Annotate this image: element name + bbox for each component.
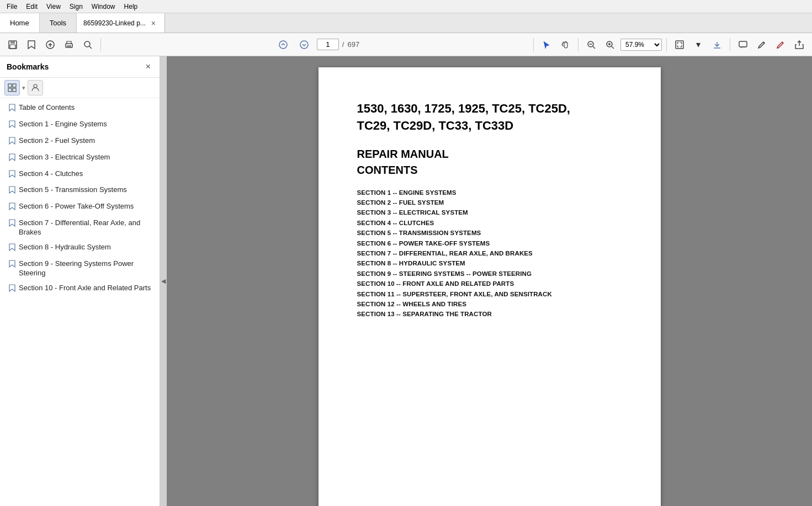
bookmark-label: Section 2 - Fuel System	[19, 136, 155, 146]
nav-up-button[interactable]	[275, 36, 291, 53]
bookmark-icon	[9, 260, 15, 270]
toc-item: SECTION 8 -- HYDRAULIC SYSTEM	[357, 258, 622, 268]
bookmark-icon	[9, 120, 15, 131]
svg-rect-19	[739, 41, 747, 47]
toc-item: SECTION 11 -- SUPERSTEER, FRONT AXLE, AN…	[357, 289, 622, 299]
main-area: Bookmarks × ▾ Table of Contents Section …	[0, 56, 812, 506]
bookmark-icon	[9, 243, 15, 254]
bookmark-item[interactable]: Section 2 - Fuel System	[0, 134, 160, 150]
menu-view[interactable]: View	[46, 3, 61, 10]
bookmark-item[interactable]: Section 6 - Power Take-Off Systems	[0, 199, 160, 216]
bookmark-icon	[9, 203, 15, 213]
zoom-select[interactable]: 57.9%	[620, 39, 662, 51]
pdf-title-line1: 1530, 1630, 1725, 1925, TC25, TC25D,	[357, 102, 570, 115]
toolbar-center: / 697	[105, 36, 529, 53]
tab-home[interactable]: Home	[0, 13, 40, 33]
menu-help[interactable]: Help	[124, 3, 138, 10]
print-button[interactable]	[61, 36, 77, 53]
toc-item: SECTION 10 -- FRONT AXLE AND RELATED PAR…	[357, 279, 622, 289]
toc-item: SECTION 5 -- TRANSMISSION SYSTEMS	[357, 228, 622, 238]
svg-line-12	[593, 46, 595, 49]
menu-window[interactable]: Window	[92, 3, 115, 10]
tab-close-button[interactable]: ×	[151, 19, 156, 28]
svg-rect-5	[67, 45, 71, 47]
pdf-title-line2: TC29, TC29D, TC33, TC33D	[357, 119, 514, 132]
page-separator: /	[342, 40, 344, 49]
bookmark-label: Section 5 - Transmission Systems	[19, 185, 155, 195]
sidebar-collapse-handle[interactable]: ◀	[160, 56, 167, 506]
bookmark-label: Section 3 - Electrical System	[19, 153, 155, 162]
toc-item: SECTION 9 -- STEERING SYSTEMS -- POWER S…	[357, 269, 622, 279]
collapse-icon: ◀	[161, 278, 166, 285]
svg-rect-20	[8, 84, 12, 87]
menu-bar: File Edit View Sign Window Help	[0, 0, 812, 13]
bookmark-item[interactable]: Section 4 - Clutches	[0, 167, 160, 183]
page-total: 697	[347, 40, 359, 49]
tab-bar: Home Tools 86599230-Linked p... ×	[0, 13, 812, 33]
page-number-input[interactable]	[317, 39, 339, 50]
tab-file[interactable]: 86599230-Linked p... ×	[77, 13, 165, 33]
toc-item: SECTION 4 -- CLUTCHES	[357, 218, 622, 228]
toc-list: SECTION 1 -- ENGINE SYSTEMSSECTION 2 -- …	[357, 188, 622, 319]
sidebar-tool-separator: ▾	[22, 84, 25, 92]
bookmark-icon	[9, 137, 15, 147]
hand-tool-button[interactable]	[557, 36, 574, 53]
bookmark-label: Section 1 - Engine Systems	[19, 120, 155, 129]
bookmark-item[interactable]: Table of Contents	[0, 100, 160, 117]
bookmark-label: Section 4 - Clutches	[19, 169, 155, 179]
zoom-in-button[interactable]	[602, 36, 618, 53]
bookmark-label: Table of Contents	[19, 103, 155, 113]
bookmark-item[interactable]: Section 9 - Steering Systems Power Steer…	[0, 257, 160, 281]
bookmark-label: Section 9 - Steering Systems Power Steer…	[19, 259, 155, 278]
upload-button[interactable]	[42, 36, 59, 53]
fit-page-button[interactable]	[671, 36, 688, 53]
download-button[interactable]	[709, 36, 725, 53]
tab-tools[interactable]: Tools	[40, 13, 77, 33]
sidebar-person-tool[interactable]	[28, 80, 43, 95]
bookmark-item[interactable]: Section 8 - Hydraulic System	[0, 240, 160, 257]
svg-rect-2	[10, 45, 15, 49]
svg-rect-21	[13, 84, 16, 87]
share-button[interactable]	[791, 36, 808, 53]
bookmark-item[interactable]: Section 7 - Differential, Rear Axle, and…	[0, 216, 160, 240]
toc-item: SECTION 2 -- FUEL SYSTEM	[357, 198, 622, 207]
bookmark-button[interactable]	[23, 36, 40, 53]
menu-edit[interactable]: Edit	[26, 3, 38, 10]
pdf-area: 1530, 1630, 1725, 1925, TC25, TC25D, TC2…	[167, 56, 812, 506]
fit-dropdown-button[interactable]: ▾	[690, 36, 707, 53]
pdf-contents: CONTENTS	[357, 164, 622, 177]
bookmark-icon	[9, 284, 15, 295]
sidebar-grid-tool[interactable]	[4, 80, 20, 95]
pdf-title: 1530, 1630, 1725, 1925, TC25, TC25D, TC2…	[357, 100, 622, 135]
menu-file[interactable]: File	[7, 3, 17, 10]
nav-down-button[interactable]	[296, 36, 312, 53]
tab-file-label: 86599230-Linked p...	[83, 19, 146, 27]
bookmark-icon	[9, 104, 15, 114]
bookmark-item[interactable]: Section 5 - Transmission Systems	[0, 183, 160, 199]
bookmark-icon	[9, 219, 15, 230]
zoom-out-button[interactable]	[583, 36, 599, 53]
toc-item: SECTION 3 -- ELECTRICAL SYSTEM	[357, 207, 622, 217]
pen-button[interactable]	[753, 36, 770, 53]
toc-item: SECTION 12 -- WHEELS AND TIRES	[357, 299, 622, 309]
menu-sign[interactable]: Sign	[70, 3, 83, 10]
bookmark-item[interactable]: Section 10 - Front Axle and Related Part…	[0, 281, 160, 297]
bookmark-item[interactable]: Section 1 - Engine Systems	[0, 117, 160, 134]
bookmark-item[interactable]: Section 3 - Electrical System	[0, 150, 160, 167]
bookmark-icon	[9, 153, 15, 164]
toolbar-separator-2	[533, 38, 534, 51]
toolbar-separator-3	[578, 38, 579, 51]
sidebar: Bookmarks × ▾ Table of Contents Section …	[0, 56, 160, 506]
sidebar-close-button[interactable]: ×	[144, 61, 153, 73]
cursor-tool-button[interactable]	[538, 36, 555, 53]
toolbar-separator-5	[730, 38, 730, 51]
markup-button[interactable]	[772, 36, 789, 53]
comment-button[interactable]	[735, 36, 751, 53]
svg-point-24	[34, 84, 37, 88]
save-button[interactable]	[4, 36, 21, 53]
toc-item: SECTION 7 -- DIFFERENTIAL, REAR AXLE, AN…	[357, 248, 622, 258]
svg-rect-1	[10, 41, 15, 44]
bookmark-label: Section 6 - Power Take-Off Systems	[19, 202, 155, 211]
search-button[interactable]	[79, 36, 96, 53]
svg-point-9	[300, 41, 308, 49]
